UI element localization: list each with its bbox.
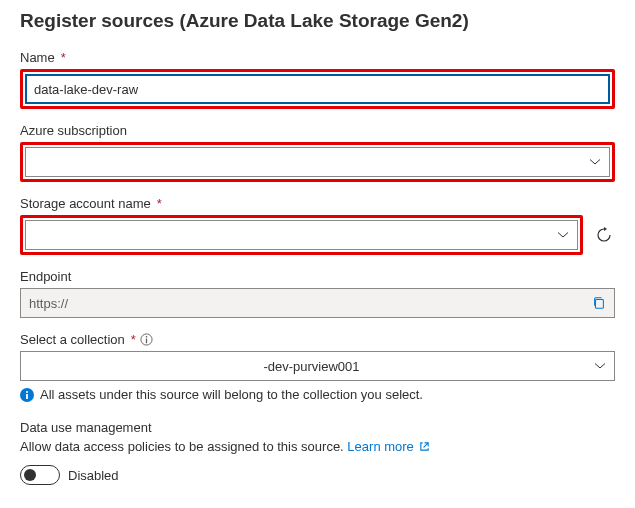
endpoint-value: https://: [21, 296, 584, 311]
endpoint-label: Endpoint: [20, 269, 71, 284]
field-endpoint: Endpoint https://: [20, 269, 615, 318]
required-asterisk: *: [61, 50, 66, 65]
field-subscription: Azure subscription: [20, 123, 615, 182]
collection-hint: All assets under this source will belong…: [40, 387, 423, 402]
endpoint-box: https://: [20, 288, 615, 318]
storage-account-select[interactable]: [25, 220, 578, 250]
subscription-label: Azure subscription: [20, 123, 127, 138]
toggle-knob: [24, 469, 36, 481]
learn-more-link[interactable]: Learn more: [347, 439, 430, 454]
collection-label: Select a collection: [20, 332, 125, 347]
info-icon[interactable]: [140, 333, 154, 347]
svg-point-2: [146, 336, 148, 338]
svg-point-5: [26, 391, 28, 393]
required-asterisk: *: [157, 196, 162, 211]
toggle-row: Disabled: [20, 465, 615, 485]
data-use-desc: Allow data access policies to be assigne…: [20, 439, 344, 454]
svg-rect-0: [596, 300, 604, 309]
data-use-desc-row: Allow data access policies to be assigne…: [20, 439, 615, 455]
svg-rect-6: [26, 394, 28, 399]
chevron-down-icon: [589, 156, 601, 168]
storage-account-label: Storage account name: [20, 196, 151, 211]
data-use-toggle[interactable]: [20, 465, 60, 485]
highlight-subscription: [20, 142, 615, 182]
svg-rect-3: [146, 339, 147, 344]
chevron-down-icon: [594, 360, 606, 372]
required-asterisk: *: [131, 332, 136, 347]
info-filled-icon: [20, 388, 34, 402]
name-input[interactable]: [25, 74, 610, 104]
collection-value: -dev-purview001: [29, 359, 594, 374]
data-use-heading: Data use management: [20, 420, 615, 435]
subscription-select[interactable]: [25, 147, 610, 177]
field-collection: Select a collection * -dev-purview001 A: [20, 332, 615, 402]
field-storage-account: Storage account name *: [20, 196, 615, 255]
name-label: Name: [20, 50, 55, 65]
refresh-button[interactable]: [593, 224, 615, 246]
page-title: Register sources (Azure Data Lake Storag…: [20, 10, 615, 32]
field-name: Name *: [20, 50, 615, 109]
highlight-storage-account: [20, 215, 583, 255]
copy-button[interactable]: [584, 289, 614, 317]
highlight-name: [20, 69, 615, 109]
collection-select[interactable]: -dev-purview001: [20, 351, 615, 381]
toggle-state-label: Disabled: [68, 468, 119, 483]
collection-hint-row: All assets under this source will belong…: [20, 387, 615, 402]
external-link-icon: [419, 440, 430, 455]
chevron-down-icon: [557, 229, 569, 241]
